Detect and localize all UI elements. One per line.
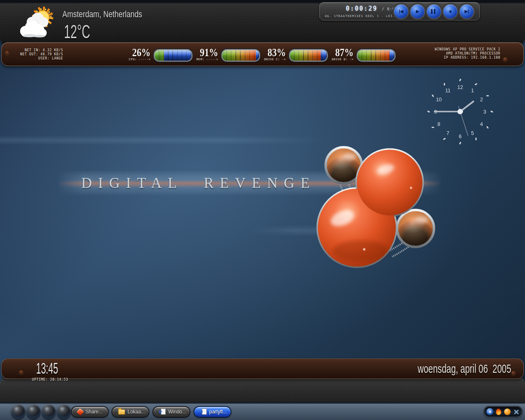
svg-text:7: 7 bbox=[447, 130, 450, 136]
top-bar: Amsterdam, Netherlands 12°C 0:00:29 / 0:… bbox=[0, 0, 525, 45]
memory-usage-bar bbox=[221, 49, 260, 62]
decorative-rivet bbox=[19, 370, 24, 374]
svg-text:1: 1 bbox=[471, 88, 474, 94]
drive-d-usage-bar bbox=[357, 49, 395, 62]
orange-ball-icon[interactable] bbox=[504, 409, 511, 415]
clock-time: 13:45 bbox=[36, 360, 74, 377]
launcher-knob-button-1[interactable] bbox=[11, 404, 25, 419]
decorative-rivet bbox=[511, 370, 516, 375]
pause-button[interactable]: ▌▌ bbox=[427, 5, 441, 18]
wallpaper-streak bbox=[0, 135, 328, 145]
launcher-knob-button-4[interactable] bbox=[57, 404, 71, 419]
wallpaper-title: DIGITAL REVENGE bbox=[81, 174, 316, 192]
media-track-title: 06. STRAATREMIXES DEEL 1 - LEI... bbox=[325, 14, 399, 18]
play-button[interactable]: ▶ bbox=[411, 5, 425, 18]
media-elapsed-time: 0:00:29 bbox=[346, 5, 377, 12]
svg-text:11: 11 bbox=[445, 88, 451, 94]
svg-text:5: 5 bbox=[471, 130, 474, 136]
ip-address-info: IP ADDRESS: 192.168.1.100 bbox=[435, 56, 500, 60]
svg-text:10: 10 bbox=[436, 97, 442, 103]
cpu-usage-value: 26% bbox=[132, 47, 151, 58]
weather-temperature: 12°C bbox=[64, 21, 106, 43]
media-transport-controls: |◀ ▶ ▌▌ ■ ▶| bbox=[394, 5, 474, 18]
flame-icon[interactable] bbox=[495, 408, 502, 415]
launcher-knob-button-2[interactable] bbox=[26, 404, 41, 419]
next-track-button[interactable]: ▶| bbox=[460, 5, 474, 18]
drive-c-gauge: 83% DRIVE C: -> bbox=[259, 47, 326, 64]
decorative-rivet bbox=[503, 57, 508, 62]
internet-explorer-icon: e bbox=[200, 409, 207, 415]
processor-info: AMD ATHLON(TM) PROCESSOR bbox=[435, 52, 500, 56]
net-out-stat: NET OUT: 48.79 KB/S bbox=[17, 52, 63, 57]
previous-track-button[interactable]: |◀ bbox=[394, 5, 408, 18]
system-tray: a bbox=[483, 406, 523, 418]
launcher-knob-button-3[interactable] bbox=[41, 404, 56, 419]
bottom-info-bar: 13:45 woensdag, april 06 2005 bbox=[1, 358, 524, 379]
bronze-sphere-bottom-right bbox=[397, 210, 434, 247]
internet-explorer-icon: e bbox=[159, 409, 166, 415]
task-button-partyfl[interactable]: e partyfl... bbox=[194, 406, 231, 418]
clock-center bbox=[458, 109, 463, 114]
antivirus-a-icon[interactable]: a bbox=[486, 408, 493, 415]
orange-orb-graphic bbox=[304, 139, 447, 275]
weather-location: Amsterdam, Netherlands bbox=[62, 9, 162, 20]
svg-text:8: 8 bbox=[438, 121, 441, 127]
uptime-stat: UPTIME: 20:14:53 bbox=[32, 378, 68, 382]
task-button-local-folder[interactable]: Lokaa... bbox=[112, 406, 149, 418]
drive-d-usage-value: 87% bbox=[335, 47, 354, 58]
network-stats: NET IN: 4.32 KB/S NET OUT: 48.79 KB/S US… bbox=[17, 48, 63, 61]
svg-text:3: 3 bbox=[484, 109, 486, 115]
shareaza-icon bbox=[76, 408, 84, 415]
drive-d-gauge: 87% DRIVE D: -> bbox=[326, 47, 394, 64]
cpu-usage-bar bbox=[154, 49, 192, 62]
task-button-share[interactable]: Share... bbox=[71, 406, 109, 418]
desktop-screen: DIGITAL REVENGE bbox=[0, 0, 525, 420]
analog-clock: 123456789101112 bbox=[425, 77, 495, 146]
memory-gauge: 91% MEM: -----> bbox=[191, 47, 258, 64]
stop-button[interactable]: ■ bbox=[443, 5, 457, 18]
svg-text:4: 4 bbox=[480, 121, 483, 127]
net-in-stat: NET IN: 4.32 KB/S bbox=[17, 48, 63, 52]
date-display: woensdag, april 06 2005 bbox=[374, 362, 511, 376]
system-stats-bar: NET IN: 4.32 KB/S NET OUT: 48.79 KB/S US… bbox=[1, 42, 524, 66]
weather-icon bbox=[11, 5, 57, 43]
media-player: 0:00:29 / 0:02:52 06. STRAATREMIXES DEEL… bbox=[319, 2, 480, 21]
svg-text:6: 6 bbox=[459, 134, 462, 139]
task-button-windows[interactable]: e Windo... bbox=[153, 406, 190, 418]
svg-text:2: 2 bbox=[480, 97, 483, 103]
user-stat: USER: LANGE bbox=[17, 57, 63, 61]
folder-icon bbox=[118, 409, 125, 415]
crossed-tools-icon[interactable] bbox=[513, 409, 520, 415]
system-info: WINDOWS XP PRO SERVICE PACK 2 AMD ATHLON… bbox=[435, 48, 500, 60]
decorative-rivet bbox=[5, 50, 10, 55]
memory-usage-value: 91% bbox=[200, 47, 218, 58]
os-info: WINDOWS XP PRO SERVICE PACK 2 bbox=[435, 48, 500, 52]
drive-c-usage-value: 83% bbox=[267, 47, 286, 58]
svg-text:12: 12 bbox=[457, 84, 463, 90]
cpu-gauge: 26% CPU: -----> bbox=[123, 47, 191, 64]
drive-c-usage-bar bbox=[289, 49, 328, 62]
